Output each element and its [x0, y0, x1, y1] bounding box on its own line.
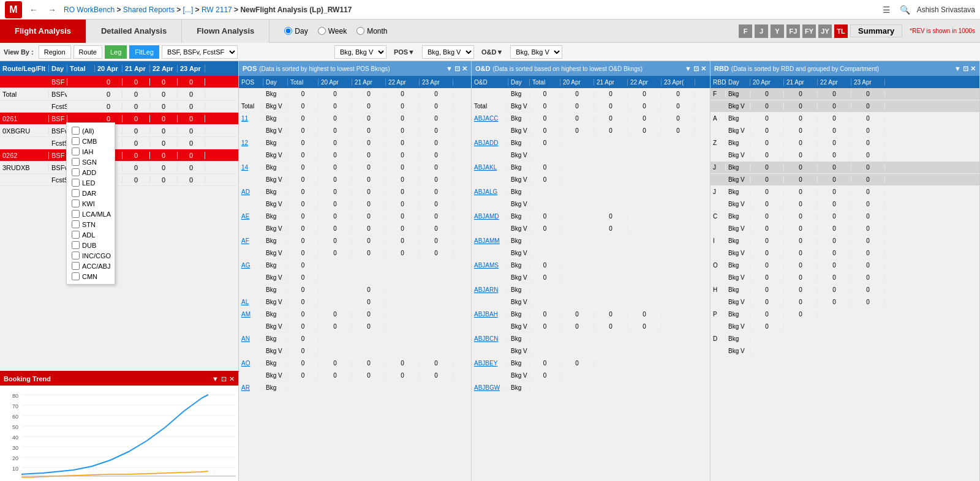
booking-trend-close[interactable]: ✕	[229, 375, 235, 383]
list-item: CBkg0000	[710, 211, 979, 223]
list-item: TotalBkg V00000	[472, 100, 710, 113]
period-day[interactable]: Day	[284, 27, 307, 35]
dropdown-inccgo[interactable]: INC/CGO	[67, 250, 115, 261]
tab-flown-analysis[interactable]: Flown Analysis	[182, 20, 270, 43]
viewby-fltleg[interactable]: FltLeg	[129, 45, 159, 59]
od-col-21apr: 21 Apr	[594, 79, 628, 86]
dropdown-cmn[interactable]: CMN	[67, 271, 115, 282]
search-icon[interactable]: 🔍	[899, 3, 912, 17]
dropdown-dar[interactable]: DAR	[67, 188, 115, 198]
dropdown-add[interactable]: ADD	[67, 167, 115, 177]
table-row: Total BSFv 0 0 0 0	[0, 88, 238, 100]
cell-d20: 0	[95, 78, 123, 86]
dropdown-kwi[interactable]: KWI	[67, 198, 115, 209]
y-label-10: 10	[12, 466, 18, 472]
menu-icon[interactable]: ☰	[880, 3, 894, 17]
letter-fj-btn[interactable]: FJ	[786, 24, 800, 38]
back-button[interactable]: ←	[27, 3, 40, 17]
cell-d23: 0	[178, 140, 205, 147]
list-item: Bkg V 0 0 0 0 0	[239, 149, 471, 162]
pos-d20: 0	[318, 91, 352, 97]
list-item: OBkg0000	[710, 259, 979, 272]
breadcrumb: RO WorkBench > Shared Reports > [...] > …	[64, 6, 875, 14]
breadcrumb-rw2117[interactable]: RW 2117	[202, 6, 232, 14]
list-item: ABJADDBkg0	[472, 137, 710, 149]
dropdown-cmb[interactable]: CMB	[67, 136, 115, 146]
cell-type: BSFv	[49, 91, 67, 98]
app-logo: M	[5, 1, 22, 18]
breadcrumb-shared-reports[interactable]: Shared Reports	[123, 6, 175, 14]
dropdown-stn[interactable]: STN	[67, 219, 115, 229]
od-col-23apr: 23 Apr(	[662, 79, 695, 86]
od-col-day: Day	[508, 79, 530, 86]
y-label-60: 60	[12, 414, 18, 420]
letter-j-btn[interactable]: J	[755, 24, 768, 38]
dropdown-menu[interactable]: (All) CMB IAH SGN ADD LED DAR KWI LCA/ML…	[66, 122, 115, 285]
dropdown-dub[interactable]: DUB	[67, 240, 115, 250]
col-20apr: 20 Apr	[95, 65, 123, 72]
forward-button[interactable]: →	[45, 3, 59, 17]
letter-f-btn[interactable]: F	[739, 24, 752, 38]
dropdown-led[interactable]: LED	[67, 177, 115, 188]
rbd-panel-controls[interactable]: ▼ ⊡ ✕	[954, 65, 976, 73]
dropdown-accabj[interactable]: ACC/ABJ	[67, 261, 115, 271]
pos-d23: 0	[420, 103, 453, 110]
cell-d20: 0	[95, 115, 123, 122]
list-item: Bkg V0000	[472, 321, 710, 333]
cell-d21: 0	[123, 152, 150, 159]
booking-trend-dropdown[interactable]: ▼	[212, 375, 219, 383]
breadcrumb-current: NewFlight Analysis (Lp)_RW117	[240, 6, 352, 14]
letter-tl-btn[interactable]: TL	[834, 24, 848, 38]
od-panel: O&D (Data is sorted based on highest to …	[472, 61, 710, 481]
od-filter-select[interactable]: Bkg, Bkg V	[510, 45, 562, 59]
filter-bkg-select-1[interactable]: Bkg, Bkg V	[334, 45, 386, 59]
dropdown-all[interactable]: (All)	[67, 125, 115, 136]
list-item: AEBkg00000	[239, 211, 471, 223]
table-row: 3RUDXB BSFv 0 0 0 0	[0, 162, 238, 174]
list-item: Bkg V	[472, 345, 710, 357]
table-row: FcstSF 0 0 0 0	[0, 137, 238, 149]
list-item: Bkg V00000	[239, 247, 471, 259]
cell-d21: 0	[123, 164, 150, 171]
filter-select-1[interactable]: BSF, BSFv, FcstSF	[162, 45, 238, 59]
pos-type: Bkg	[263, 91, 288, 97]
cell-route: 0261	[0, 115, 49, 122]
cell-d23: 0	[178, 164, 205, 171]
letter-y-btn[interactable]: Y	[771, 24, 784, 38]
dropdown-iah[interactable]: IAH	[67, 146, 115, 157]
pos-type: Bkg	[263, 115, 288, 122]
period-month[interactable]: Month	[356, 27, 387, 35]
list-item: ABJBEYBkg00	[472, 357, 710, 370]
cell-d22: 0	[150, 127, 178, 135]
viewby-route[interactable]: Route	[74, 45, 102, 59]
tab-flight-analysis[interactable]: Flight Analysis	[0, 20, 86, 43]
booking-trend-resize[interactable]: ⊡	[221, 375, 227, 383]
cell-route: Total	[0, 91, 49, 98]
pos-code[interactable]: 11	[239, 115, 263, 122]
dropdown-adl[interactable]: ADL	[67, 229, 115, 240]
list-item: Bkg00000	[472, 88, 710, 100]
pos-panel-controls[interactable]: ▼ ⊡ ✕	[446, 65, 467, 73]
tab-detailed-analysis[interactable]: Detailed Analysis	[86, 20, 182, 43]
viewby-region[interactable]: Region	[39, 45, 71, 59]
list-item: Bkg V	[472, 296, 710, 308]
rbd-col-day: Day	[726, 79, 750, 86]
od-panel-controls[interactable]: ▼ ⊡ ✕	[685, 65, 706, 73]
summary-button[interactable]: Summary	[850, 24, 902, 37]
period-week[interactable]: Week	[318, 27, 347, 35]
booking-trend-controls[interactable]: ▼ ⊡ ✕	[212, 375, 235, 383]
letter-fy-btn[interactable]: FY	[802, 24, 816, 38]
pos-col-20apr: 20 Apr	[318, 79, 352, 86]
pos-filter-select[interactable]: Bkg, Bkg V	[422, 45, 474, 59]
dropdown-lcamla[interactable]: LCA/MLA	[67, 209, 115, 219]
letter-jy-btn[interactable]: JY	[818, 24, 832, 38]
list-item: AGBkg0	[239, 259, 471, 272]
breadcrumb-ro-workbench[interactable]: RO WorkBench	[64, 6, 115, 14]
breadcrumb-ellipsis[interactable]: [...]	[183, 6, 194, 14]
list-item: 11 Bkg 0 0 0 0 0	[239, 113, 471, 125]
cell-d21: 0	[123, 127, 150, 135]
viewby-leg[interactable]: Leg	[105, 45, 127, 59]
trend-line-blue	[21, 395, 208, 474]
list-item: Bkg V0	[239, 345, 471, 357]
dropdown-sgn[interactable]: SGN	[67, 157, 115, 167]
